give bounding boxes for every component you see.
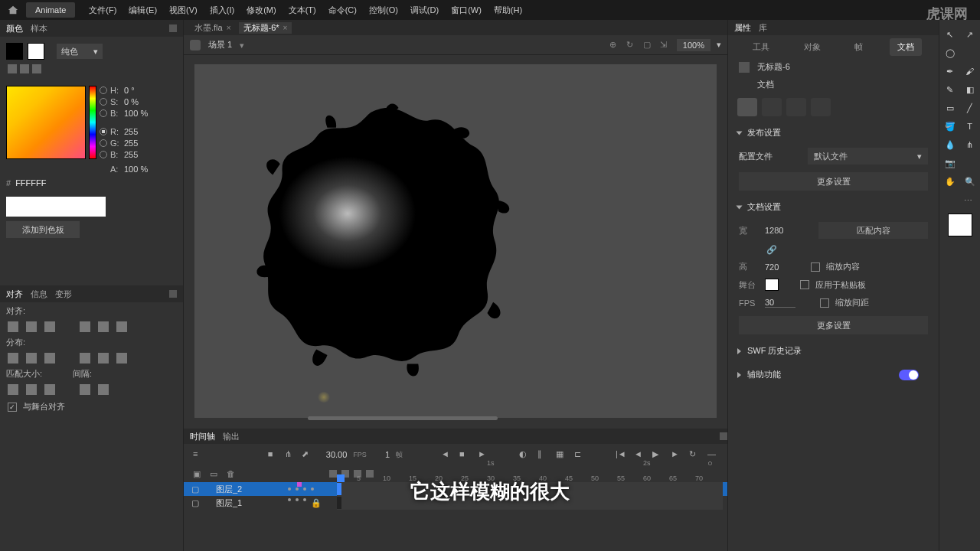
- mode-btn-0[interactable]: [737, 98, 757, 116]
- a-value[interactable]: 100 %: [124, 165, 148, 174]
- clip-icon[interactable]: ▢: [643, 40, 654, 51]
- tab-output[interactable]: 输出: [223, 431, 240, 442]
- none-icon[interactable]: [20, 64, 29, 73]
- menu-edit[interactable]: 编辑(E): [122, 5, 163, 16]
- subtab-document[interactable]: 文档: [890, 38, 922, 56]
- dist-bottom[interactable]: [44, 353, 55, 364]
- scale-content-checkbox[interactable]: [811, 262, 820, 272]
- zoom-tool[interactable]: 🔍: [961, 173, 979, 190]
- dist-hcenter[interactable]: [98, 353, 109, 364]
- loop-icon[interactable]: ↻: [689, 449, 700, 460]
- accessibility-toggle[interactable]: [899, 370, 919, 380]
- eraser-tool[interactable]: ◧: [961, 81, 979, 98]
- playhead[interactable]: [337, 474, 345, 482]
- tab-library[interactable]: 库: [759, 22, 767, 34]
- chevron-down-icon[interactable]: ▾: [717, 40, 721, 50]
- swap-icon[interactable]: [8, 64, 17, 73]
- subtab-tool[interactable]: 工具: [745, 38, 777, 56]
- radio-g[interactable]: [100, 139, 107, 147]
- close-icon[interactable]: ×: [227, 24, 231, 32]
- r-value[interactable]: 255: [124, 127, 138, 136]
- tab-timeline[interactable]: 时间轴: [190, 431, 215, 442]
- mode-btn-1[interactable]: [762, 98, 782, 116]
- link-icon[interactable]: 🔗: [766, 245, 777, 255]
- lock-icon[interactable]: 🔒: [311, 498, 322, 508]
- bone-icon[interactable]: ⋔: [285, 449, 296, 460]
- step-back-icon[interactable]: ◄: [634, 449, 645, 460]
- more-tools-icon[interactable]: ⋯: [961, 196, 978, 206]
- transform-tool[interactable]: [961, 44, 979, 61]
- delete-layer-icon[interactable]: 🗑: [227, 469, 236, 478]
- layer-name[interactable]: 图层_2: [216, 484, 285, 495]
- layers-icon[interactable]: ≡: [193, 449, 204, 460]
- rect-tool[interactable]: ▭: [941, 99, 959, 116]
- scene-name[interactable]: 场景 1: [208, 39, 232, 51]
- bone-tool[interactable]: ⋔: [961, 136, 979, 153]
- match-height[interactable]: [26, 384, 37, 395]
- fit-icon[interactable]: ⇲: [660, 40, 671, 51]
- menu-file[interactable]: 文件(F): [83, 5, 122, 16]
- width-input[interactable]: 1280: [765, 226, 795, 235]
- more-settings-button[interactable]: 更多设置: [739, 172, 928, 191]
- graph-icon[interactable]: ⬈: [302, 449, 312, 460]
- insert-kf-icon[interactable]: ▦: [556, 449, 567, 460]
- radio-b[interactable]: [100, 109, 107, 117]
- fill-stroke-swatches[interactable]: [948, 214, 972, 236]
- stage-color-swatch[interactable]: [765, 279, 779, 291]
- history-section[interactable]: SWF 历史记录: [728, 339, 939, 363]
- radio-bb[interactable]: [100, 151, 107, 158]
- text-tool[interactable]: T: [961, 118, 979, 135]
- h-scrollbar[interactable]: [308, 416, 498, 420]
- accessibility-section[interactable]: 辅助功能: [728, 363, 939, 386]
- zoom-input[interactable]: 100%: [677, 39, 710, 51]
- doc-tab-0[interactable]: 水墨.fla ×: [190, 22, 236, 34]
- dist-right[interactable]: [116, 353, 127, 364]
- menu-text[interactable]: 文本(T): [283, 5, 322, 16]
- highlight-toggle[interactable]: [329, 470, 337, 478]
- b-value[interactable]: 100 %: [124, 109, 148, 118]
- fps-value[interactable]: 30.00: [326, 450, 348, 459]
- menu-control[interactable]: 控制(O): [363, 5, 404, 16]
- match-both[interactable]: [44, 384, 55, 395]
- s-value[interactable]: 0 %: [124, 97, 139, 106]
- pencil-tool[interactable]: ✎: [941, 81, 959, 98]
- next-icon[interactable]: ►: [478, 449, 488, 460]
- space-v[interactable]: [98, 384, 109, 395]
- match-width[interactable]: [8, 384, 18, 395]
- profile-dropdown[interactable]: 默认文件 ▾: [808, 148, 928, 165]
- range-icon[interactable]: —○: [707, 449, 718, 460]
- hand-tool[interactable]: ✋: [941, 173, 959, 190]
- tab-color[interactable]: 颜色: [6, 23, 23, 34]
- lasso-tool[interactable]: ◯: [941, 44, 959, 61]
- stroke-swatch[interactable]: [6, 43, 23, 60]
- match-content-button[interactable]: 匹配内容: [818, 222, 928, 239]
- radio-r[interactable]: [100, 128, 107, 135]
- keyframe[interactable]: [337, 497, 341, 509]
- stop-icon[interactable]: ■: [459, 449, 470, 460]
- new-layer-icon[interactable]: ▣: [193, 469, 202, 478]
- play-icon[interactable]: ▶: [652, 449, 663, 460]
- center-stage-icon[interactable]: ⊕: [609, 40, 620, 51]
- collapse-icon[interactable]: [169, 24, 177, 32]
- collapse-icon[interactable]: [720, 432, 727, 440]
- menu-insert[interactable]: 插入(I): [204, 5, 240, 16]
- eyedropper-tool[interactable]: 💧: [941, 136, 959, 153]
- dist-left[interactable]: [80, 353, 90, 364]
- reset-icon[interactable]: [32, 64, 41, 73]
- rotate-icon[interactable]: ↻: [626, 40, 637, 51]
- radio-h[interactable]: [100, 86, 107, 94]
- fill-type-dropdown[interactable]: 纯色 ▾: [57, 44, 103, 59]
- mode-btn-3[interactable]: [811, 98, 831, 116]
- new-folder-icon[interactable]: ▭: [210, 469, 219, 478]
- doc-tab-1[interactable]: 无标题-6* ×: [239, 22, 292, 34]
- add-swatch-button[interactable]: 添加到色板: [6, 221, 80, 238]
- dist-vcenter[interactable]: [26, 353, 37, 364]
- bb-value[interactable]: 255: [124, 150, 138, 159]
- brush-tool[interactable]: 🖌: [961, 63, 979, 80]
- menu-help[interactable]: 帮助(H): [488, 5, 528, 16]
- frame-number[interactable]: 1: [385, 450, 390, 459]
- apply-paste-checkbox[interactable]: [800, 280, 809, 289]
- align-vcenter[interactable]: [98, 321, 109, 332]
- edit-multi-icon[interactable]: ∥: [537, 449, 548, 460]
- height-input[interactable]: 720: [765, 262, 795, 272]
